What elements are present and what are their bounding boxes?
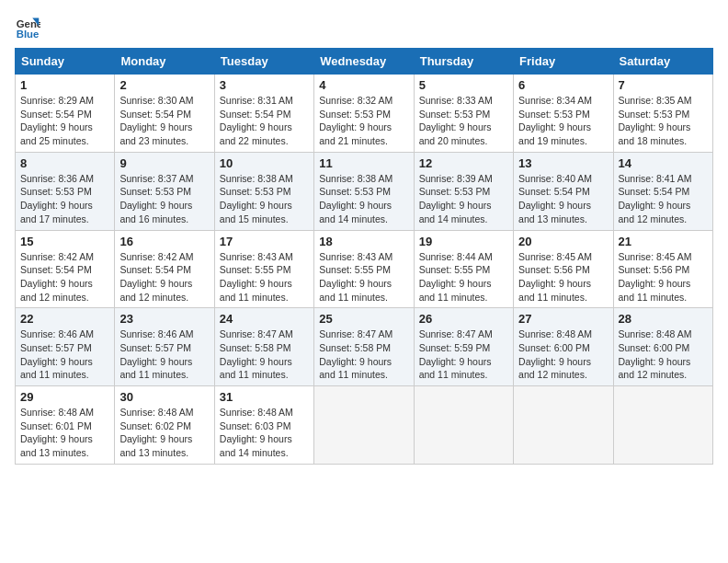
weekday-header: Wednesday: [314, 49, 414, 75]
day-number: 11: [319, 156, 408, 170]
calendar-week: 29Sunrise: 8:48 AM Sunset: 6:01 PM Dayli…: [16, 386, 713, 465]
calendar-day: 12Sunrise: 8:39 AM Sunset: 5:53 PM Dayli…: [414, 152, 513, 230]
day-number: 5: [419, 78, 508, 92]
day-info: Sunrise: 8:38 AM Sunset: 5:53 PM Dayligh…: [220, 172, 309, 226]
day-info: Sunrise: 8:48 AM Sunset: 6:02 PM Dayligh…: [119, 406, 209, 460]
day-info: Sunrise: 8:47 AM Sunset: 5:58 PM Dayligh…: [319, 327, 408, 382]
calendar-day: 29Sunrise: 8:48 AM Sunset: 6:01 PM Dayli…: [16, 386, 115, 465]
calendar-day: 6Sunrise: 8:34 AM Sunset: 5:53 PM Daylig…: [514, 75, 613, 153]
day-info: Sunrise: 8:36 AM Sunset: 5:53 PM Dayligh…: [20, 172, 109, 226]
day-info: Sunrise: 8:45 AM Sunset: 5:56 PM Dayligh…: [518, 250, 608, 304]
day-number: 28: [619, 312, 708, 326]
day-info: Sunrise: 8:41 AM Sunset: 5:54 PM Dayligh…: [619, 172, 708, 226]
calendar-day: 3Sunrise: 8:31 AM Sunset: 5:54 PM Daylig…: [214, 75, 313, 153]
day-number: 12: [419, 156, 508, 170]
day-number: 23: [119, 312, 209, 326]
day-number: 26: [419, 312, 508, 326]
day-info: Sunrise: 8:37 AM Sunset: 5:53 PM Dayligh…: [119, 172, 209, 226]
day-info: Sunrise: 8:45 AM Sunset: 5:56 PM Dayligh…: [619, 250, 708, 304]
day-info: Sunrise: 8:46 AM Sunset: 5:57 PM Dayligh…: [20, 327, 109, 382]
calendar-day: 18Sunrise: 8:43 AM Sunset: 5:55 PM Dayli…: [314, 230, 414, 308]
day-info: Sunrise: 8:44 AM Sunset: 5:55 PM Dayligh…: [419, 250, 508, 304]
calendar-day: 2Sunrise: 8:30 AM Sunset: 5:54 PM Daylig…: [115, 75, 214, 153]
day-info: Sunrise: 8:42 AM Sunset: 5:54 PM Dayligh…: [20, 250, 109, 304]
calendar-header: SundayMondayTuesdayWednesdayThursdayFrid…: [16, 49, 713, 75]
weekday-header: Saturday: [613, 49, 712, 75]
calendar-day: 1Sunrise: 8:29 AM Sunset: 5:54 PM Daylig…: [16, 75, 115, 153]
day-info: Sunrise: 8:46 AM Sunset: 5:57 PM Dayligh…: [119, 327, 209, 382]
day-info: Sunrise: 8:40 AM Sunset: 5:54 PM Dayligh…: [518, 172, 608, 226]
calendar-day: 7Sunrise: 8:35 AM Sunset: 5:53 PM Daylig…: [613, 75, 712, 153]
day-info: Sunrise: 8:43 AM Sunset: 5:55 PM Dayligh…: [220, 250, 309, 304]
day-info: Sunrise: 8:42 AM Sunset: 5:54 PM Dayligh…: [119, 250, 209, 304]
calendar-day: 31Sunrise: 8:48 AM Sunset: 6:03 PM Dayli…: [214, 386, 313, 465]
day-number: 27: [518, 312, 608, 326]
day-number: 8: [20, 156, 109, 170]
logo: General Blue: [15, 15, 44, 40]
calendar-day: 27Sunrise: 8:48 AM Sunset: 6:00 PM Dayli…: [514, 308, 613, 386]
calendar-day: 19Sunrise: 8:44 AM Sunset: 5:55 PM Dayli…: [414, 230, 513, 308]
weekday-header: Thursday: [414, 49, 513, 75]
calendar: SundayMondayTuesdayWednesdayThursdayFrid…: [15, 48, 713, 465]
calendar-day: 20Sunrise: 8:45 AM Sunset: 5:56 PM Dayli…: [514, 230, 613, 308]
calendar-day: 13Sunrise: 8:40 AM Sunset: 5:54 PM Dayli…: [514, 152, 613, 230]
day-number: 31: [220, 390, 309, 404]
day-number: 20: [518, 235, 608, 248]
calendar-day: 22Sunrise: 8:46 AM Sunset: 5:57 PM Dayli…: [16, 308, 115, 386]
calendar-day: 21Sunrise: 8:45 AM Sunset: 5:56 PM Dayli…: [613, 230, 712, 308]
calendar-day: 17Sunrise: 8:43 AM Sunset: 5:55 PM Dayli…: [214, 230, 313, 308]
calendar-week: 1Sunrise: 8:29 AM Sunset: 5:54 PM Daylig…: [16, 75, 713, 153]
day-info: Sunrise: 8:48 AM Sunset: 6:01 PM Dayligh…: [20, 406, 109, 460]
day-number: 21: [619, 235, 708, 248]
weekday-header: Tuesday: [214, 49, 313, 75]
day-info: Sunrise: 8:35 AM Sunset: 5:53 PM Dayligh…: [619, 94, 708, 148]
calendar-day: 8Sunrise: 8:36 AM Sunset: 5:53 PM Daylig…: [16, 152, 115, 230]
calendar-day: 30Sunrise: 8:48 AM Sunset: 6:02 PM Dayli…: [115, 386, 214, 465]
day-number: 13: [518, 156, 608, 170]
day-number: 24: [220, 312, 309, 326]
day-info: Sunrise: 8:39 AM Sunset: 5:53 PM Dayligh…: [419, 172, 508, 226]
day-info: Sunrise: 8:48 AM Sunset: 6:00 PM Dayligh…: [619, 327, 708, 382]
day-number: 29: [20, 390, 109, 404]
calendar-week: 15Sunrise: 8:42 AM Sunset: 5:54 PM Dayli…: [16, 230, 713, 308]
logo-icon: General Blue: [15, 15, 40, 40]
day-number: 18: [319, 235, 408, 248]
day-number: 30: [119, 390, 209, 404]
day-number: 1: [20, 78, 109, 92]
day-info: Sunrise: 8:31 AM Sunset: 5:54 PM Dayligh…: [220, 94, 309, 148]
weekday-header: Friday: [514, 49, 613, 75]
day-number: 15: [20, 235, 109, 248]
day-info: Sunrise: 8:47 AM Sunset: 5:58 PM Dayligh…: [220, 327, 309, 382]
calendar-day: 26Sunrise: 8:47 AM Sunset: 5:59 PM Dayli…: [414, 308, 513, 386]
calendar-day: [414, 386, 513, 465]
calendar-body: 1Sunrise: 8:29 AM Sunset: 5:54 PM Daylig…: [16, 75, 713, 465]
day-info: Sunrise: 8:30 AM Sunset: 5:54 PM Dayligh…: [119, 94, 209, 148]
day-number: 25: [319, 312, 408, 326]
calendar-day: 10Sunrise: 8:38 AM Sunset: 5:53 PM Dayli…: [214, 152, 313, 230]
weekday-header: Sunday: [16, 49, 115, 75]
day-info: Sunrise: 8:32 AM Sunset: 5:53 PM Dayligh…: [319, 94, 408, 148]
calendar-day: 28Sunrise: 8:48 AM Sunset: 6:00 PM Dayli…: [613, 308, 712, 386]
day-number: 2: [119, 78, 209, 92]
calendar-day: 24Sunrise: 8:47 AM Sunset: 5:58 PM Dayli…: [214, 308, 313, 386]
day-number: 6: [518, 78, 608, 92]
day-number: 9: [119, 156, 209, 170]
day-info: Sunrise: 8:38 AM Sunset: 5:53 PM Dayligh…: [319, 172, 408, 226]
calendar-day: 16Sunrise: 8:42 AM Sunset: 5:54 PM Dayli…: [115, 230, 214, 308]
calendar-day: 11Sunrise: 8:38 AM Sunset: 5:53 PM Dayli…: [314, 152, 414, 230]
calendar-day: 15Sunrise: 8:42 AM Sunset: 5:54 PM Dayli…: [16, 230, 115, 308]
day-number: 14: [619, 156, 708, 170]
day-info: Sunrise: 8:34 AM Sunset: 5:53 PM Dayligh…: [518, 94, 608, 148]
calendar-day: 4Sunrise: 8:32 AM Sunset: 5:53 PM Daylig…: [314, 75, 414, 153]
calendar-day: [314, 386, 414, 465]
day-info: Sunrise: 8:47 AM Sunset: 5:59 PM Dayligh…: [419, 327, 508, 382]
day-number: 7: [619, 78, 708, 92]
day-info: Sunrise: 8:33 AM Sunset: 5:53 PM Dayligh…: [419, 94, 508, 148]
weekday-header: Monday: [115, 49, 214, 75]
day-info: Sunrise: 8:43 AM Sunset: 5:55 PM Dayligh…: [319, 250, 408, 304]
calendar-day: [613, 386, 712, 465]
calendar-day: [514, 386, 613, 465]
calendar-day: 23Sunrise: 8:46 AM Sunset: 5:57 PM Dayli…: [115, 308, 214, 386]
day-number: 4: [319, 78, 408, 92]
day-info: Sunrise: 8:48 AM Sunset: 6:03 PM Dayligh…: [220, 406, 309, 460]
